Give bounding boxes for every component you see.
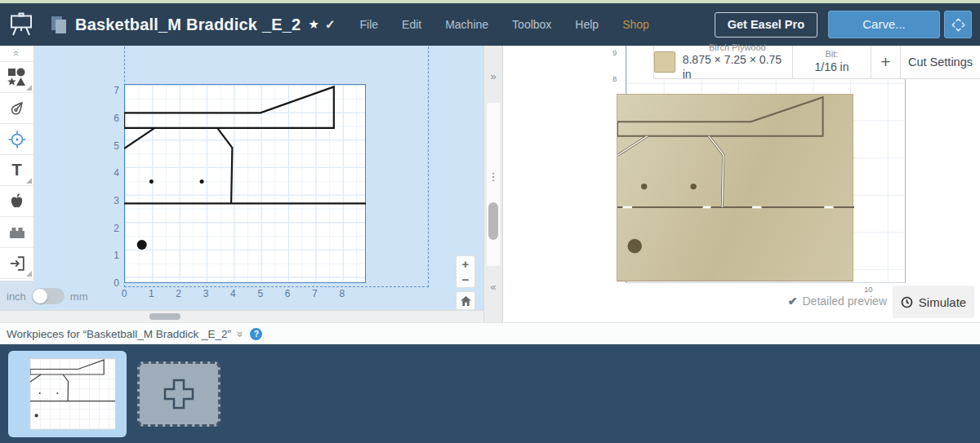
inch-mm-switch[interactable] (32, 288, 65, 304)
unit-inch-label: inch (7, 290, 26, 303)
text-tool-icon: T (11, 161, 21, 179)
brick-icon (7, 224, 27, 241)
horizontal-scrollbar-thumb[interactable] (149, 313, 180, 320)
material-name: Birch Plywood (709, 42, 766, 54)
switch-knob (33, 289, 47, 303)
menu-shop[interactable]: Shop (622, 18, 649, 31)
y-tick: 0 (101, 277, 119, 289)
shapes-icon (7, 68, 26, 86)
import-icon (8, 255, 26, 272)
horizontal-scrollbar[interactable] (0, 310, 483, 322)
main-area: 01234567801234567 + − « (0, 46, 980, 322)
zoom-controls: + − (456, 255, 475, 288)
bit-value: 1/16 in (814, 60, 849, 75)
y-tick: 5 (101, 140, 119, 152)
tool-shapes[interactable] (0, 62, 33, 93)
help-icon[interactable]: ? (250, 328, 262, 340)
design-canvas[interactable]: 01234567801234567 + − (34, 46, 483, 310)
expand-left-chevron[interactable]: « (484, 281, 502, 293)
y-tick: 3 (101, 195, 119, 206)
menu-edit[interactable]: Edit (402, 18, 421, 31)
unit-mm-label: mm (70, 290, 88, 303)
tool-sidebar: « T (0, 46, 34, 281)
clock-icon (901, 296, 913, 308)
workpiece-thumbnail-1[interactable] (8, 351, 127, 437)
y-tick: 2 (101, 223, 119, 234)
tool-apps[interactable] (0, 186, 33, 217)
simulate-button[interactable]: Simulate (893, 286, 974, 318)
check-icon: ✔ (788, 295, 798, 308)
tool-pen[interactable] (0, 93, 33, 124)
plus-icon (158, 374, 199, 414)
detailed-preview-toggle[interactable]: ✔Detailed preview (773, 295, 887, 308)
home-icon (461, 296, 471, 306)
y-tick: 7 (101, 85, 119, 96)
carve-button[interactable]: Carve... (828, 11, 940, 38)
expand-right-chevron[interactable]: » (484, 70, 502, 82)
design-paths[interactable] (124, 84, 366, 283)
bit-label: Bit: (826, 49, 839, 60)
x-tick: 2 (176, 288, 181, 299)
zoom-in-button[interactable]: + (457, 256, 474, 272)
workpiece-thumbnail-card (29, 358, 116, 430)
fullscreen-arrows-button[interactable] (944, 11, 972, 38)
x-tick: 6 (285, 288, 291, 299)
y-tick: 1 (101, 250, 119, 261)
topbar: Basketball_M Braddick _E_2 ★ ✓ File Edit… (0, 3, 980, 46)
menu-machine[interactable]: Machine (445, 18, 488, 31)
x-tick: 3 (203, 288, 209, 299)
preview-panel: 9810 Birch Plywood 8.875 × 7.25 × 0.75 i… (503, 46, 980, 322)
chevron-collapse-icon[interactable]: » (234, 330, 247, 336)
thumbnail-design (30, 359, 115, 429)
add-workpiece-button[interactable] (137, 361, 220, 427)
y-tick: 4 (101, 167, 119, 179)
material-swatch (654, 51, 675, 73)
tool-3d-brick[interactable] (0, 217, 33, 248)
apple-icon (7, 192, 26, 210)
material-dimensions: 8.875 × 7.25 × 0.75 in (683, 53, 792, 82)
vertical-scrollbar-thumb[interactable] (488, 202, 498, 240)
workpieces-header: Workpieces for “Basketball_M Braddick _E… (0, 322, 980, 344)
divider-drag-handle[interactable]: ⋮ (484, 175, 502, 179)
x-tick: 0 (122, 288, 127, 299)
add-bit-button[interactable]: + (871, 46, 901, 78)
topbar-actions: Get Easel Pro Carve... (715, 11, 972, 38)
x-tick: 7 (312, 288, 318, 299)
preview-axis-label: 8 (612, 74, 617, 83)
menu-help[interactable]: Help (575, 18, 599, 31)
x-tick: 8 (339, 288, 345, 299)
sidebar-collapse-button[interactable]: « (0, 46, 33, 62)
tool-origin-drill[interactable] (0, 124, 33, 155)
detailed-preview-label: Detailed preview (803, 295, 888, 308)
favorite-star-icon[interactable]: ★ (308, 17, 318, 32)
easel-app: { "topbar": { "title": "Basketball_M Bra… (0, 0, 980, 443)
plywood-board-preview[interactable] (617, 94, 853, 281)
panel-divider: » ⋮ « (483, 46, 503, 322)
get-easel-pro-button[interactable]: Get Easel Pro (715, 12, 817, 38)
preview-toolbar: Birch Plywood 8.875 × 7.25 × 0.75 in Bit… (653, 46, 980, 79)
four-arrows-icon (951, 18, 965, 32)
x-tick: 4 (230, 288, 236, 299)
menu-toolbox[interactable]: Toolbox (512, 18, 551, 31)
home-view-button[interactable] (456, 291, 475, 310)
carve-toolpaths (617, 95, 854, 282)
vertical-scrollbar[interactable] (487, 103, 500, 266)
menubar: File Edit Machine Toolbox Help Shop (359, 18, 648, 31)
easel-logo-icon[interactable] (8, 12, 34, 37)
cut-settings-tab[interactable]: Cut Settings (901, 46, 980, 78)
bit-selector[interactable]: Bit: 1/16 in (793, 46, 871, 78)
x-tick: 5 (257, 288, 263, 299)
y-tick: 6 (101, 113, 119, 124)
tool-text[interactable]: T (0, 155, 33, 186)
tool-import[interactable] (0, 248, 33, 279)
saved-check-icon: ✓ (325, 17, 336, 32)
workpieces-tray (0, 344, 980, 443)
project-title[interactable]: Basketball_M Braddick _E_2 (75, 16, 301, 34)
preview-axis-label: 10 (864, 285, 873, 294)
pen-nib-icon (4, 95, 29, 121)
x-tick: 1 (149, 288, 154, 299)
crosshair-target-icon (7, 130, 27, 149)
material-selector[interactable]: Birch Plywood 8.875 × 7.25 × 0.75 in (654, 46, 793, 78)
zoom-out-button[interactable]: − (457, 272, 474, 287)
menu-file[interactable]: File (359, 18, 378, 31)
